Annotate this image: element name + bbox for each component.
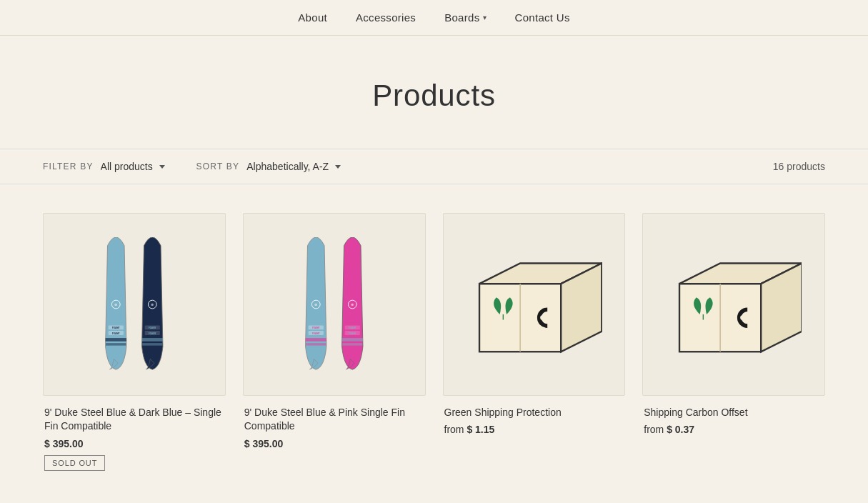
product-title: Shipping Carbon Offset [644,406,824,420]
product-info: 9' Duke Steel Blue & Pink Single Fin Com… [243,406,426,449]
filter-select[interactable]: All products [101,161,168,172]
svg-rect-26 [341,338,362,342]
svg-text:FOAMY: FOAMY [312,332,320,335]
nav-boards[interactable]: Boards [444,11,479,24]
svg-text:FOAMY: FOAMY [149,327,156,329]
svg-rect-27 [342,343,362,346]
nav-about[interactable]: About [298,11,327,24]
product-card[interactable]: Shipping Carbon Offset from $ 0.37 [642,213,825,471]
product-title: 9' Duke Steel Blue & Pink Single Fin Com… [244,406,424,434]
product-title: 9' Duke Steel Blue & Dark Blue – Single … [44,406,224,434]
product-title: Green Shipping Protection [444,406,624,420]
filter-left: FILTER BY All products SORT BY Alphabeti… [43,161,344,172]
product-price: $ 0.37 [667,424,694,435]
chevron-down-icon: ▾ [483,14,487,21]
shipping-box-icon [666,243,802,365]
product-price-prefix: from [444,424,467,435]
svg-point-34 [540,316,545,321]
filter-bar: FILTER BY All products SORT BY Alphabeti… [0,149,868,184]
svg-rect-19 [306,343,326,346]
nav-contact[interactable]: Contact Us [515,11,570,24]
filter-group: FILTER BY All products [43,161,168,172]
sort-group: SORT BY Alphabetically, A-Z [196,161,344,172]
svg-text:FOAMY: FOAMY [112,332,120,335]
nav-accessories[interactable]: Accessories [356,11,416,24]
product-card[interactable]: ⊕ FOAMY FOAMY [43,213,226,471]
svg-rect-3 [106,343,126,346]
svg-text:⊕: ⊕ [151,303,154,307]
shipping-box-icon [466,243,602,365]
products-grid: ⊕ FOAMY FOAMY [0,184,868,503]
svg-text:⊕: ⊕ [314,303,317,307]
svg-rect-10 [141,338,162,342]
page-title-section: Products [0,36,868,149]
svg-text:⊕: ⊕ [115,303,118,307]
svg-text:FOAMY: FOAMY [349,327,356,329]
product-price-wrapper: $ 395.00 [244,438,424,449]
svg-point-38 [740,316,745,321]
svg-rect-11 [142,343,162,346]
nav-boards-group[interactable]: Boards ▾ [444,11,486,24]
product-info: Shipping Carbon Offset from $ 0.37 [642,406,825,436]
product-card[interactable]: Green Shipping Protection from $ 1.15 [443,213,626,471]
svg-rect-18 [306,338,326,342]
sort-by-label: SORT BY [196,161,240,171]
svg-rect-2 [106,338,126,342]
svg-text:FOAMY: FOAMY [312,327,320,329]
svg-text:FOAMY: FOAMY [349,332,356,335]
product-price-wrapper: from $ 1.15 [444,424,624,435]
product-price-prefix: from [644,424,667,435]
product-price: $ 1.15 [467,424,494,435]
filter-by-label: FILTER BY [43,161,94,171]
product-price: $ 395.00 [244,438,284,449]
product-card[interactable]: ⊕ FOAMY FOAMY [243,213,426,471]
surfboard-left-icon: ⊕ FOAMY FOAMY [291,237,341,372]
surfboard-left-icon: ⊕ FOAMY FOAMY [91,237,141,372]
product-count: 16 products [773,161,825,172]
svg-text:FOAMY: FOAMY [149,332,156,335]
svg-text:⊕: ⊕ [351,303,354,307]
sort-select[interactable]: Alphabetically, A-Z [246,161,344,172]
product-image: ⊕ FOAMY FOAMY [243,213,426,396]
product-info: Green Shipping Protection from $ 1.15 [443,406,626,436]
product-price: $ 395.00 [44,438,84,449]
svg-text:FOAMY: FOAMY [112,327,120,329]
product-image [642,213,825,396]
product-image [443,213,626,396]
product-image: ⊕ FOAMY FOAMY [43,213,226,396]
product-price-wrapper: $ 395.00 [44,438,224,449]
page-title: Products [14,79,854,113]
product-price-wrapper: from $ 0.37 [644,424,824,435]
main-nav: About Accessories Boards ▾ Contact Us [0,0,868,36]
product-info: 9' Duke Steel Blue & Dark Blue – Single … [43,406,226,471]
sold-out-badge: SOLD OUT [44,455,105,471]
